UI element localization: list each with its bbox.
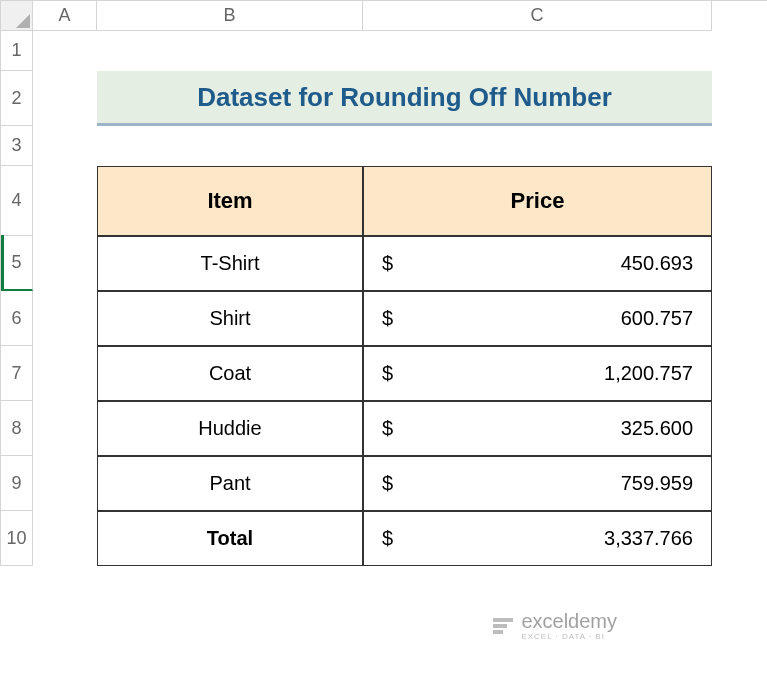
col-header-b[interactable]: B: [97, 1, 363, 31]
price-amount: 600.757: [393, 307, 693, 330]
cell-b1[interactable]: [97, 31, 363, 71]
cell-item-3[interactable]: Huddie: [97, 401, 363, 456]
cell-a8[interactable]: [33, 401, 97, 456]
cell-total-label[interactable]: Total: [97, 511, 363, 566]
price-amount: 759.959: [393, 472, 693, 495]
currency-symbol: $: [382, 472, 393, 495]
cell-price-3[interactable]: $ 325.600: [363, 401, 712, 456]
select-all-corner[interactable]: [1, 1, 33, 31]
cell-c3[interactable]: [363, 126, 712, 166]
title-cell[interactable]: Dataset for Rounding Off Number: [97, 71, 712, 126]
cell-total-price[interactable]: $ 3,337.766: [363, 511, 712, 566]
currency-symbol: $: [382, 252, 393, 275]
watermark-text: exceldemy EXCEL · DATA · BI: [521, 611, 617, 641]
cell-price-1[interactable]: $ 600.757: [363, 291, 712, 346]
cell-a5[interactable]: [33, 236, 97, 291]
cell-item-0[interactable]: T-Shirt: [97, 236, 363, 291]
col-header-c[interactable]: C: [363, 1, 712, 31]
row-header-3[interactable]: 3: [1, 126, 33, 166]
cell-item-4[interactable]: Pant: [97, 456, 363, 511]
cell-a4[interactable]: [33, 166, 97, 236]
cell-item-2[interactable]: Coat: [97, 346, 363, 401]
cell-c1[interactable]: [363, 31, 712, 71]
row-header-9[interactable]: 9: [1, 456, 33, 511]
cell-a6[interactable]: [33, 291, 97, 346]
header-price[interactable]: Price: [363, 166, 712, 236]
row-header-4[interactable]: 4: [1, 166, 33, 236]
row-header-1[interactable]: 1: [1, 31, 33, 71]
price-amount: 450.693: [393, 252, 693, 275]
spreadsheet-grid: A B C 1 2 Dataset for Rounding Off Numbe…: [0, 0, 767, 566]
watermark-icon: [493, 618, 513, 634]
col-header-a[interactable]: A: [33, 1, 97, 31]
cell-b3[interactable]: [97, 126, 363, 166]
watermark: exceldemy EXCEL · DATA · BI: [493, 611, 617, 641]
cell-a10[interactable]: [33, 511, 97, 566]
row-header-5[interactable]: 5: [1, 236, 33, 291]
currency-symbol: $: [382, 527, 393, 550]
cell-item-1[interactable]: Shirt: [97, 291, 363, 346]
cell-price-0[interactable]: $ 450.693: [363, 236, 712, 291]
watermark-main: exceldemy: [521, 611, 617, 631]
row-header-7[interactable]: 7: [1, 346, 33, 401]
header-item[interactable]: Item: [97, 166, 363, 236]
price-amount: 3,337.766: [393, 527, 693, 550]
watermark-sub: EXCEL · DATA · BI: [521, 633, 617, 641]
currency-symbol: $: [382, 307, 393, 330]
cell-a1[interactable]: [33, 31, 97, 71]
row-header-8[interactable]: 8: [1, 401, 33, 456]
row-header-2[interactable]: 2: [1, 71, 33, 126]
currency-symbol: $: [382, 417, 393, 440]
cell-a3[interactable]: [33, 126, 97, 166]
row-header-10[interactable]: 10: [1, 511, 33, 566]
cell-a2[interactable]: [33, 71, 97, 126]
cell-a7[interactable]: [33, 346, 97, 401]
price-amount: 325.600: [393, 417, 693, 440]
cell-price-2[interactable]: $ 1,200.757: [363, 346, 712, 401]
cell-a9[interactable]: [33, 456, 97, 511]
cell-price-4[interactable]: $ 759.959: [363, 456, 712, 511]
price-amount: 1,200.757: [393, 362, 693, 385]
row-header-6[interactable]: 6: [1, 291, 33, 346]
currency-symbol: $: [382, 362, 393, 385]
